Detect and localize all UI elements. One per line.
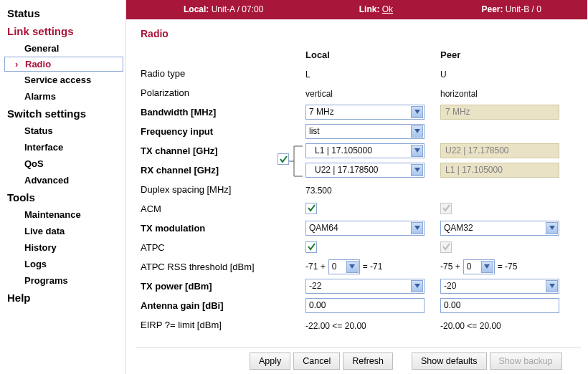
label-polarization: Polarization [141,87,291,98]
peer-atpc-checkbox [440,241,452,253]
label-acm: ACM [141,203,291,214]
topbar-link-value[interactable]: Ok [382,4,393,14]
topbar-link-label: Link: [359,4,380,14]
sidebar: Status Link settings General Radio Servi… [0,0,126,374]
local-tx-channel-select[interactable]: L1 | 17.105000 [305,143,425,158]
nav-radio[interactable]: Radio [4,57,123,72]
nav-tools[interactable]: Tools [4,188,125,206]
main: Local: Unit-A / 07:00 Link: Ok Peer: Uni… [126,0,587,374]
nav: Status Link settings General Radio Servi… [4,4,125,307]
nav-service-access[interactable]: Service access [4,72,125,88]
chevron-down-icon [411,145,423,157]
label-bandwidth: Bandwidth [MHz] [141,107,291,118]
local-acm-checkbox[interactable] [305,203,317,214]
local-tx-mod-value: QAM64 [309,223,338,233]
label-atpc-rss: ATPC RSS threshold [dBm] [141,262,291,272]
nav-sw-status[interactable]: Status [4,123,125,139]
peer-atpc-base: -75 + [440,262,460,272]
column-headers: Local Peer [141,49,580,60]
peer-bandwidth-readonly: 7 MHz [440,105,559,120]
label-atpc: ATPC [141,242,291,253]
topbar-peer-value: Unit-B / 0 [506,4,541,14]
peer-polarization: horizontal [440,87,478,99]
label-rx-channel: RX channel [GHz] [141,165,291,176]
chevron-down-icon [346,261,359,273]
peer-acm-checkbox [440,203,452,214]
peer-atpc-result: = -75 [498,262,518,272]
peer-eirp: -20.00 <= 20.00 [440,319,501,331]
peer-atpc-offset-select[interactable]: 0 [463,259,495,274]
nav-status[interactable]: Status [4,4,125,22]
nav-logs[interactable]: Logs [4,256,125,272]
local-eirp: -22.00 <= 20.00 [305,319,366,331]
refresh-button[interactable]: Refresh [343,353,393,370]
chevron-down-icon [546,280,558,292]
chevron-down-icon [411,125,423,138]
local-rx-channel-value: U22 | 17.178500 [315,165,379,175]
nav-maintenance[interactable]: Maintenance [4,206,125,223]
apply-button[interactable]: Apply [250,353,290,370]
topbar-local-label: Local: [184,4,209,14]
topbar-peer-label: Peer: [481,4,503,14]
nav-link-settings[interactable]: Link settings [4,22,125,40]
label-ant-gain: Antenna gain [dBi] [141,300,291,311]
nav-live-data[interactable]: Live data [4,223,125,239]
local-tx-mod-select[interactable]: QAM64 [305,221,425,236]
peer-atpc-offset-value: 0 [467,262,472,272]
chevron-down-icon [481,261,493,273]
peer-tx-power-select[interactable]: -20 [440,279,559,294]
local-atpc-offset-value: 0 [332,262,337,272]
local-atpc-offset-select[interactable]: 0 [328,259,360,274]
nav-help[interactable]: Help [4,289,125,307]
topbar-local-value: Unit-A / 07:00 [212,4,264,14]
peer-radio-type: U [440,67,447,80]
chevron-down-icon [411,164,423,176]
nav-history[interactable]: History [4,239,125,256]
nav-qos[interactable]: QoS [4,155,125,172]
local-bandwidth-select[interactable]: 7 MHz [305,105,425,120]
local-rx-channel-select[interactable]: U22 | 17.178500 [305,163,425,178]
topbar: Local: Unit-A / 07:00 Link: Ok Peer: Uni… [126,0,587,19]
local-bandwidth-value: 7 MHz [309,107,334,117]
peer-tx-mod-value: QAM32 [444,223,473,233]
label-freq-input: Frequency input [141,126,291,137]
tx-rx-link-bracket [287,145,304,180]
nav-advanced[interactable]: Advanced [4,172,125,188]
local-tx-power-value: -22 [309,281,321,291]
nav-switch-settings[interactable]: Switch settings [4,105,125,123]
local-radio-type: L [305,67,310,80]
chevron-down-icon [411,222,423,234]
peer-tx-mod-select[interactable]: QAM32 [440,221,559,236]
local-atpc-checkbox[interactable] [305,241,317,253]
nav-programs[interactable]: Programs [4,272,125,289]
chevron-down-icon [546,222,558,234]
peer-ant-gain-input[interactable] [440,298,559,313]
section-title: Radio [141,28,580,39]
label-eirp: EIRP ?= limit [dBm] [141,320,291,330]
nav-interface[interactable]: Interface [4,139,125,155]
local-tx-channel-value: L1 | 17.105000 [315,145,372,155]
chevron-down-icon [411,280,423,292]
nav-general[interactable]: General [4,40,125,57]
label-tx-power: TX power [dBm] [141,281,291,292]
local-freq-input-select[interactable]: list [305,124,425,139]
local-duplex: 73.500 [305,183,332,196]
peer-tx-channel-readonly: U22 | 17.178500 [440,143,559,158]
content: Radio Local Peer Radio type L U Polariza… [126,19,587,333]
cancel-button[interactable]: Cancel [293,353,340,370]
peer-rx-channel-readonly: L1 | 17.105000 [440,163,559,178]
show-backup-button: Show backup [490,353,562,370]
label-tx-mod: TX modulation [141,223,291,234]
local-freq-input-value: list [309,126,320,136]
local-atpc-result: = -71 [363,262,383,272]
local-ant-gain-input[interactable] [305,298,425,313]
button-bar: Apply Cancel Refresh Show defaults Show … [136,347,581,370]
header-local: Local [305,49,427,60]
show-defaults-button[interactable]: Show defaults [412,353,487,370]
label-tx-channel: TX channel [GHz] [141,145,291,156]
chevron-down-icon [411,106,423,118]
local-tx-power-select[interactable]: -22 [305,279,425,294]
nav-alarms[interactable]: Alarms [4,88,125,105]
local-polarization: vertical [305,87,333,99]
tx-rx-link-checkbox[interactable] [278,153,289,165]
